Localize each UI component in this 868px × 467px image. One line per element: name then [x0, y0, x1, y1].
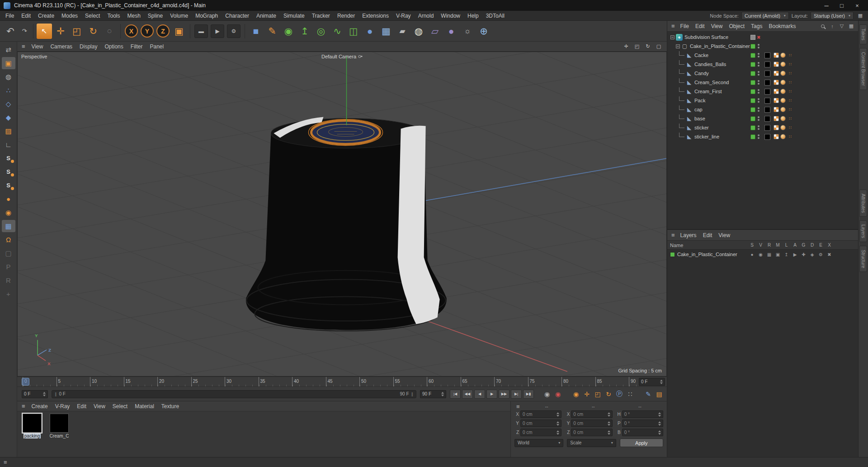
filter-icon[interactable]: ▽ [838, 23, 845, 30]
make-editable-icon[interactable]: ⇄ [2, 43, 15, 56]
om-menu-object[interactable]: Object [726, 23, 748, 29]
snap-2d-icon[interactable]: S [2, 166, 15, 178]
spinner-icon[interactable] [608, 430, 610, 435]
zoom-view-icon[interactable]: ◰ [632, 43, 642, 50]
menu-volume[interactable]: Volume [166, 11, 192, 21]
locked-tool-icon[interactable]: ▢ [2, 247, 15, 259]
render-picture-viewer-icon[interactable]: ▶ [211, 24, 224, 38]
om-menu-bookmarks[interactable]: Bookmarks [765, 23, 799, 29]
mat-menu-view[interactable]: View [90, 403, 109, 410]
phong-tag-icon[interactable] [780, 134, 786, 139]
layers-panel-menu-icon[interactable]: ≡ [669, 232, 677, 238]
position-y-field[interactable]: Y 0 cm [514, 419, 561, 427]
spinner-icon[interactable] [557, 412, 559, 417]
phong-tag-icon[interactable] [780, 62, 786, 67]
undo-icon[interactable]: ↶ [3, 24, 18, 39]
layout-dropdown[interactable]: Startup (User) ▾ [811, 12, 854, 19]
arnold-tag-icon[interactable]: ∷ [787, 116, 793, 121]
uvw-tag-icon[interactable] [774, 52, 779, 58]
viewport-panel-menu-icon[interactable]: ≡ [19, 43, 28, 50]
uvw-tag-icon[interactable] [774, 62, 779, 67]
material-thumbnail[interactable] [50, 414, 69, 433]
size-z-field[interactable]: Z 0 cm [565, 429, 612, 436]
menu-spline[interactable]: Spline [144, 11, 166, 21]
live-selection-icon[interactable]: ↖ [37, 24, 52, 39]
sticker-object[interactable] [308, 119, 382, 146]
uvw-tag-icon[interactable] [774, 116, 779, 121]
interface-icon[interactable]: ▦ [856, 12, 864, 19]
menu-modes[interactable]: Modes [58, 11, 81, 21]
layer-solo-icon[interactable]: ● [748, 252, 756, 257]
record-rotation-icon[interactable]: ↻ [604, 389, 613, 399]
texture-mode-icon[interactable]: ◍ [2, 71, 15, 83]
om-menu-view[interactable]: View [708, 23, 726, 29]
menu-3dtoall[interactable]: 3DToAll [482, 11, 508, 21]
status-menu-icon[interactable]: ≡ [4, 459, 7, 466]
apply-button[interactable]: Apply [620, 438, 663, 447]
playhead-marker[interactable] [22, 378, 29, 386]
last-tool-icon[interactable]: ◌ [102, 24, 117, 39]
enabled-checkbox[interactable] [750, 80, 755, 85]
arnold-tag-icon[interactable]: ∷ [787, 80, 793, 85]
menu-tools[interactable]: Tools [104, 11, 123, 21]
paint-icon[interactable]: ● [2, 193, 15, 205]
grid-icon[interactable]: ▦ [848, 23, 855, 30]
om-menu-file[interactable]: File [677, 23, 692, 29]
spinner-icon[interactable] [557, 421, 559, 426]
light-icon[interactable]: ◍ [411, 24, 426, 39]
menu-window[interactable]: Window [437, 11, 464, 21]
layer-view-icon[interactable]: ◉ [756, 252, 765, 257]
tree-item-cream-second[interactable]: ◣ Cream_Second ∷ [667, 78, 858, 87]
enabled-checkbox[interactable] [750, 98, 755, 103]
visibility-dots[interactable] [758, 53, 760, 57]
autokey-pen-icon[interactable]: ✎ [643, 389, 653, 399]
polygon-mode-icon[interactable]: ◆ [2, 111, 15, 124]
disabled-cross-icon[interactable]: ✖ [757, 35, 760, 40]
pan-view-icon[interactable]: ✛ [622, 43, 631, 50]
uvw-tag-icon[interactable] [774, 98, 779, 103]
menu-mesh[interactable]: Mesh [123, 11, 144, 21]
spinner-icon[interactable] [658, 421, 661, 426]
tree-item-sticker-line[interactable]: ◣ sticker_line ∷ [667, 132, 858, 141]
rig-tool-icon[interactable]: R [2, 274, 15, 286]
keyframe-record-icon[interactable]: ◉ [571, 389, 581, 399]
viewport[interactable]: Y Z X Perspective Default Camera Grid Sp… [17, 52, 667, 376]
end-frame-field[interactable]: 90 F [420, 390, 446, 398]
metaball-icon[interactable]: ● [362, 24, 377, 39]
tab-structure[interactable]: Structure [859, 246, 867, 272]
snap-3d-icon[interactable]: S [2, 179, 15, 191]
tree-item-cake-in-plastic-container[interactable]: − ▢ Cake_in_Plastic_Container [667, 42, 858, 51]
rotation-p-field[interactable]: P 0 ° [616, 419, 663, 427]
material-packing[interactable]: packing [21, 414, 43, 438]
magnet-icon[interactable]: Ω [2, 234, 15, 246]
snap-icon[interactable]: S [2, 152, 15, 164]
visibility-dots[interactable] [758, 116, 760, 121]
layer-xref-icon[interactable]: ✖ [825, 252, 834, 257]
autokey-button[interactable]: ◉ [553, 389, 563, 399]
tree-item-cacke[interactable]: ◣ Cacke ∷ [667, 51, 858, 60]
om-menu-tags[interactable]: Tags [748, 23, 765, 29]
tree-item-base[interactable]: ◣ base ∷ [667, 114, 858, 123]
material-tag-icon[interactable] [764, 134, 770, 140]
mat-menu-texture[interactable]: Texture [158, 403, 183, 410]
material-tag-icon[interactable] [764, 62, 770, 67]
object-manager-panel-menu-icon[interactable]: ≡ [669, 23, 677, 29]
model-mode-icon[interactable]: ▣ [2, 57, 15, 69]
enabled-checkbox[interactable] [750, 125, 755, 130]
mat-menu-vray[interactable]: V-Ray [52, 403, 74, 410]
vp-menu-options[interactable]: Options [101, 43, 127, 50]
tree-item-cap[interactable]: ◣ cap ∷ [667, 105, 858, 114]
rotation-h-field[interactable]: H 0 ° [616, 410, 663, 418]
arnold-tag-icon[interactable]: ∷ [787, 62, 793, 67]
workplane-grid-icon[interactable]: ▦ [2, 220, 15, 232]
menu-tracker[interactable]: Tracker [308, 11, 334, 21]
x-axis-lock-icon[interactable]: X [125, 24, 138, 38]
arnold-tag-icon[interactable]: ∷ [787, 107, 793, 112]
position-x-field[interactable]: X 0 cm [514, 410, 561, 418]
collapse-icon[interactable]: − [676, 44, 680, 48]
uvw-tag-icon[interactable] [774, 125, 779, 130]
layer-deformers-icon[interactable]: ◈ [808, 252, 816, 257]
next-frame-button[interactable]: ▶▶ [499, 390, 509, 399]
visibility-dots[interactable] [758, 89, 760, 94]
visibility-dots[interactable] [758, 107, 760, 112]
